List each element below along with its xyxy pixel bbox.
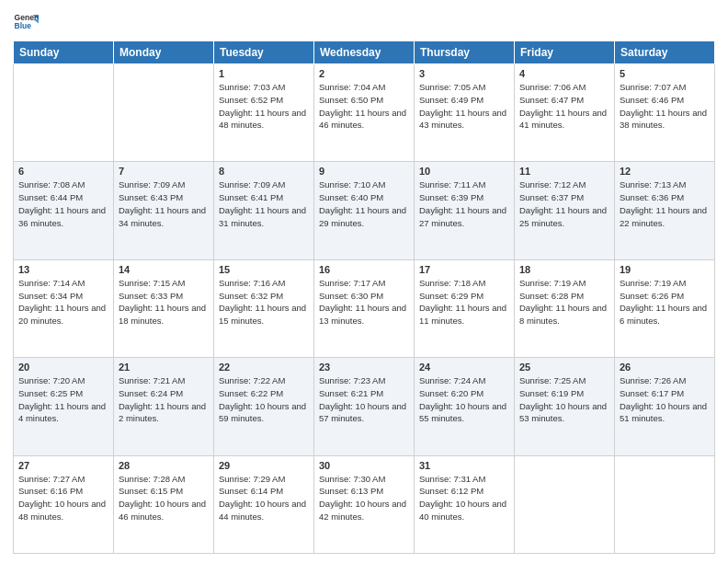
calendar-cell: 14Sunrise: 7:15 AM Sunset: 6:33 PM Dayli… (114, 259, 214, 357)
day-number: 16 (319, 264, 409, 275)
day-number: 20 (18, 362, 108, 373)
calendar-table: SundayMondayTuesdayWednesdayThursdayFrid… (13, 40, 715, 554)
day-number: 27 (18, 460, 108, 471)
day-number: 8 (219, 166, 309, 177)
day-info: Sunrise: 7:04 AM Sunset: 6:50 PM Dayligh… (319, 81, 409, 132)
calendar-cell: 30Sunrise: 7:30 AM Sunset: 6:13 PM Dayli… (314, 455, 415, 553)
calendar-cell: 1Sunrise: 7:03 AM Sunset: 6:52 PM Daylig… (214, 64, 314, 162)
day-number: 11 (519, 166, 609, 177)
day-number: 10 (419, 166, 509, 177)
day-number: 6 (18, 166, 108, 177)
day-info: Sunrise: 7:23 AM Sunset: 6:21 PM Dayligh… (319, 374, 409, 425)
day-info: Sunrise: 7:16 AM Sunset: 6:32 PM Dayligh… (219, 277, 309, 327)
calendar-cell (515, 455, 615, 553)
day-info: Sunrise: 7:28 AM Sunset: 6:15 PM Dayligh… (119, 473, 209, 523)
day-info: Sunrise: 7:10 AM Sunset: 6:40 PM Dayligh… (319, 178, 409, 229)
calendar-cell: 13Sunrise: 7:14 AM Sunset: 6:34 PM Dayli… (14, 259, 114, 357)
day-info: Sunrise: 7:26 AM Sunset: 6:17 PM Dayligh… (620, 374, 710, 425)
day-info: Sunrise: 7:22 AM Sunset: 6:22 PM Dayligh… (219, 374, 309, 425)
calendar-cell: 3Sunrise: 7:05 AM Sunset: 6:49 PM Daylig… (415, 64, 515, 162)
calendar-day-header: Friday (515, 41, 615, 64)
calendar-cell: 23Sunrise: 7:23 AM Sunset: 6:21 PM Dayli… (314, 358, 415, 455)
day-info: Sunrise: 7:31 AM Sunset: 6:12 PM Dayligh… (419, 473, 509, 523)
calendar-cell: 24Sunrise: 7:24 AM Sunset: 6:20 PM Dayli… (415, 358, 515, 455)
day-number: 31 (419, 460, 509, 471)
day-number: 18 (519, 264, 609, 275)
calendar-cell: 19Sunrise: 7:19 AM Sunset: 6:26 PM Dayli… (615, 259, 715, 357)
calendar-cell: 27Sunrise: 7:27 AM Sunset: 6:16 PM Dayli… (14, 455, 114, 553)
day-number: 1 (219, 68, 309, 79)
calendar-cell: 16Sunrise: 7:17 AM Sunset: 6:30 PM Dayli… (314, 259, 415, 357)
calendar-week-row: 13Sunrise: 7:14 AM Sunset: 6:34 PM Dayli… (14, 259, 715, 357)
calendar-cell: 25Sunrise: 7:25 AM Sunset: 6:19 PM Dayli… (515, 358, 615, 455)
day-number: 24 (419, 362, 509, 373)
day-number: 15 (219, 264, 309, 275)
day-info: Sunrise: 7:27 AM Sunset: 6:16 PM Dayligh… (18, 473, 108, 523)
calendar-cell: 9Sunrise: 7:10 AM Sunset: 6:40 PM Daylig… (314, 162, 415, 259)
day-info: Sunrise: 7:24 AM Sunset: 6:20 PM Dayligh… (419, 374, 509, 425)
day-info: Sunrise: 7:30 AM Sunset: 6:13 PM Dayligh… (319, 473, 409, 523)
calendar-header-row: SundayMondayTuesdayWednesdayThursdayFrid… (14, 41, 715, 64)
calendar-cell: 15Sunrise: 7:16 AM Sunset: 6:32 PM Dayli… (214, 259, 314, 357)
calendar-cell: 2Sunrise: 7:04 AM Sunset: 6:50 PM Daylig… (314, 64, 415, 162)
calendar-cell: 22Sunrise: 7:22 AM Sunset: 6:22 PM Dayli… (214, 358, 314, 455)
day-number: 28 (119, 460, 209, 471)
day-info: Sunrise: 7:25 AM Sunset: 6:19 PM Dayligh… (519, 374, 609, 425)
day-info: Sunrise: 7:08 AM Sunset: 6:44 PM Dayligh… (18, 178, 108, 229)
day-number: 19 (620, 264, 710, 275)
day-number: 29 (219, 460, 309, 471)
calendar-cell: 28Sunrise: 7:28 AM Sunset: 6:15 PM Dayli… (114, 455, 214, 553)
day-info: Sunrise: 7:09 AM Sunset: 6:41 PM Dayligh… (219, 178, 309, 229)
calendar-day-header: Saturday (615, 41, 715, 64)
calendar-cell: 11Sunrise: 7:12 AM Sunset: 6:37 PM Dayli… (515, 162, 615, 259)
day-info: Sunrise: 7:09 AM Sunset: 6:43 PM Dayligh… (119, 178, 209, 229)
calendar-cell: 4Sunrise: 7:06 AM Sunset: 6:47 PM Daylig… (515, 64, 615, 162)
calendar-week-row: 20Sunrise: 7:20 AM Sunset: 6:25 PM Dayli… (14, 358, 715, 455)
calendar-cell: 29Sunrise: 7:29 AM Sunset: 6:14 PM Dayli… (214, 455, 314, 553)
day-number: 30 (319, 460, 409, 471)
calendar-cell: 18Sunrise: 7:19 AM Sunset: 6:28 PM Dayli… (515, 259, 615, 357)
calendar-cell: 7Sunrise: 7:09 AM Sunset: 6:43 PM Daylig… (114, 162, 214, 259)
day-number: 17 (419, 264, 509, 275)
day-info: Sunrise: 7:20 AM Sunset: 6:25 PM Dayligh… (18, 374, 108, 425)
day-info: Sunrise: 7:17 AM Sunset: 6:30 PM Dayligh… (319, 277, 409, 327)
day-number: 22 (219, 362, 309, 373)
calendar-cell (14, 64, 114, 162)
day-number: 21 (119, 362, 209, 373)
calendar-day-header: Tuesday (214, 41, 314, 64)
day-info: Sunrise: 7:19 AM Sunset: 6:26 PM Dayligh… (620, 277, 710, 327)
page-header: General Blue (13, 9, 715, 35)
calendar-day-header: Sunday (14, 41, 114, 64)
day-number: 25 (519, 362, 609, 373)
logo-icon: General Blue (13, 9, 39, 35)
day-number: 12 (620, 166, 710, 177)
calendar-week-row: 27Sunrise: 7:27 AM Sunset: 6:16 PM Dayli… (14, 455, 715, 553)
day-info: Sunrise: 7:19 AM Sunset: 6:28 PM Dayligh… (519, 277, 609, 327)
day-info: Sunrise: 7:12 AM Sunset: 6:37 PM Dayligh… (519, 178, 609, 229)
day-number: 3 (419, 68, 509, 79)
calendar-cell: 21Sunrise: 7:21 AM Sunset: 6:24 PM Dayli… (114, 358, 214, 455)
day-info: Sunrise: 7:21 AM Sunset: 6:24 PM Dayligh… (119, 374, 209, 425)
calendar-cell (114, 64, 214, 162)
day-number: 2 (319, 68, 409, 79)
calendar-cell: 8Sunrise: 7:09 AM Sunset: 6:41 PM Daylig… (214, 162, 314, 259)
logo: General Blue (13, 9, 39, 35)
calendar-cell: 5Sunrise: 7:07 AM Sunset: 6:46 PM Daylig… (615, 64, 715, 162)
day-info: Sunrise: 7:06 AM Sunset: 6:47 PM Dayligh… (519, 81, 609, 132)
day-info: Sunrise: 7:03 AM Sunset: 6:52 PM Dayligh… (219, 81, 309, 132)
day-info: Sunrise: 7:13 AM Sunset: 6:36 PM Dayligh… (620, 178, 710, 229)
day-info: Sunrise: 7:14 AM Sunset: 6:34 PM Dayligh… (18, 277, 108, 327)
calendar-cell: 10Sunrise: 7:11 AM Sunset: 6:39 PM Dayli… (415, 162, 515, 259)
day-number: 9 (319, 166, 409, 177)
calendar-cell: 20Sunrise: 7:20 AM Sunset: 6:25 PM Dayli… (14, 358, 114, 455)
day-number: 7 (119, 166, 209, 177)
calendar-week-row: 1Sunrise: 7:03 AM Sunset: 6:52 PM Daylig… (14, 64, 715, 162)
day-number: 26 (620, 362, 710, 373)
day-number: 5 (620, 68, 710, 79)
day-info: Sunrise: 7:05 AM Sunset: 6:49 PM Dayligh… (419, 81, 509, 132)
calendar-cell: 17Sunrise: 7:18 AM Sunset: 6:29 PM Dayli… (415, 259, 515, 357)
calendar-week-row: 6Sunrise: 7:08 AM Sunset: 6:44 PM Daylig… (14, 162, 715, 259)
calendar-cell: 31Sunrise: 7:31 AM Sunset: 6:12 PM Dayli… (415, 455, 515, 553)
day-number: 14 (119, 264, 209, 275)
day-number: 4 (519, 68, 609, 79)
